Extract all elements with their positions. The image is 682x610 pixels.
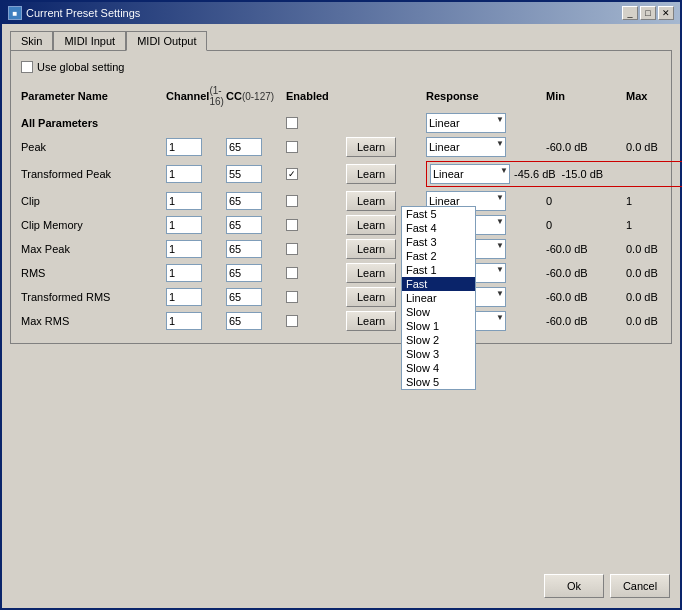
enabled-transformed-peak bbox=[286, 168, 346, 180]
learn-button-transformed-peak[interactable]: Learn bbox=[346, 164, 396, 184]
minimize-button[interactable]: _ bbox=[622, 6, 638, 20]
table-row-transformed-peak: Transformed Peak Learn Linear bbox=[21, 159, 661, 189]
channel-input-rms[interactable] bbox=[166, 264, 202, 282]
tab-midi-input[interactable]: MIDI Input bbox=[53, 31, 126, 51]
maximize-button[interactable]: □ bbox=[640, 6, 656, 20]
channel-input-peak[interactable] bbox=[166, 138, 202, 156]
learn-button-max-peak[interactable]: Learn bbox=[346, 239, 396, 259]
dropdown-item-slow5[interactable]: Slow 5 bbox=[402, 375, 475, 389]
table-row-rms: RMS Learn Linear bbox=[21, 261, 661, 285]
table-header: Parameter Name Channel (1-16) CC (0-127)… bbox=[21, 83, 661, 109]
enabled-rms bbox=[286, 267, 346, 279]
response-select-peak[interactable]: Linear bbox=[426, 137, 506, 157]
enabled-checkbox-max-rms[interactable] bbox=[286, 315, 298, 327]
dropdown-item-fast4[interactable]: Fast 4 bbox=[402, 221, 475, 235]
use-global-checkbox[interactable] bbox=[21, 61, 33, 73]
cc-clip-memory bbox=[226, 216, 286, 234]
table-row-max-rms: Max RMS Learn Linear bbox=[21, 309, 661, 333]
col-min: Min bbox=[546, 85, 626, 107]
learn-button-clip[interactable]: Learn bbox=[346, 191, 396, 211]
cc-max-rms bbox=[226, 312, 286, 330]
ok-button[interactable]: Ok bbox=[544, 574, 604, 598]
max-transformed-rms: 0.0 dB bbox=[626, 291, 682, 303]
dropdown-item-fast[interactable]: Fast bbox=[402, 277, 475, 291]
enabled-checkbox-clip[interactable] bbox=[286, 195, 298, 207]
enabled-checkbox-transformed-rms[interactable] bbox=[286, 291, 298, 303]
enabled-checkbox-transformed-peak[interactable] bbox=[286, 168, 298, 180]
param-name-transformed-peak: Transformed Peak bbox=[21, 168, 166, 180]
tab-skin[interactable]: Skin bbox=[10, 31, 53, 51]
min-clip: 0 bbox=[546, 195, 626, 207]
table-row: All Parameters Linear bbox=[21, 111, 661, 135]
learn-button-rms[interactable]: Learn bbox=[346, 263, 396, 283]
response-select-wrapper-transformed-peak: Linear bbox=[430, 164, 510, 184]
col-max: Max bbox=[626, 85, 682, 107]
min-max-rms: -60.0 dB bbox=[546, 315, 626, 327]
cc-input-peak[interactable] bbox=[226, 138, 262, 156]
close-button[interactable]: ✕ bbox=[658, 6, 674, 20]
channel-input-transformed-rms[interactable] bbox=[166, 288, 202, 306]
response-select-all[interactable]: Linear bbox=[426, 113, 506, 133]
response-select-transformed-peak[interactable]: Linear bbox=[430, 164, 510, 184]
tabs: Skin MIDI Input MIDI Output bbox=[10, 30, 672, 50]
learn-button-peak[interactable]: Learn bbox=[346, 137, 396, 157]
titlebar-buttons: _ □ ✕ bbox=[622, 6, 674, 20]
tab-content-midi-output: Use global setting Parameter Name Channe… bbox=[10, 50, 672, 344]
learn-button-max-rms[interactable]: Learn bbox=[346, 311, 396, 331]
dropdown-item-slow4[interactable]: Slow 4 bbox=[402, 361, 475, 375]
learn-button-clip-memory[interactable]: Learn bbox=[346, 215, 396, 235]
enabled-checkbox-clip-memory[interactable] bbox=[286, 219, 298, 231]
dropdown-item-fast3[interactable]: Fast 3 bbox=[402, 235, 475, 249]
cancel-button[interactable]: Cancel bbox=[610, 574, 670, 598]
main-window: ■ Current Preset Settings _ □ ✕ Skin MID… bbox=[0, 0, 682, 610]
enabled-checkbox-rms[interactable] bbox=[286, 267, 298, 279]
cc-input-transformed-peak[interactable] bbox=[226, 165, 262, 183]
tab-midi-output[interactable]: MIDI Output bbox=[126, 31, 207, 51]
use-global-row: Use global setting bbox=[21, 61, 661, 73]
cc-input-max-peak[interactable] bbox=[226, 240, 262, 258]
max-rms: 0.0 dB bbox=[626, 267, 682, 279]
content-area: Skin MIDI Input MIDI Output Use global s… bbox=[2, 24, 680, 350]
cc-input-clip[interactable] bbox=[226, 192, 262, 210]
enabled-peak bbox=[286, 141, 346, 153]
response-all: Linear bbox=[426, 113, 546, 133]
enabled-checkbox-peak[interactable] bbox=[286, 141, 298, 153]
param-name-max-rms: Max RMS bbox=[21, 315, 166, 327]
channel-input-clip-memory[interactable] bbox=[166, 216, 202, 234]
max-transformed-peak: -15.0 dB bbox=[560, 168, 606, 180]
channel-input-max-rms[interactable] bbox=[166, 312, 202, 330]
channel-transformed-peak bbox=[166, 165, 226, 183]
cc-input-rms[interactable] bbox=[226, 264, 262, 282]
min-transformed-rms: -60.0 dB bbox=[546, 291, 626, 303]
enabled-checkbox-max-peak[interactable] bbox=[286, 243, 298, 255]
cc-input-transformed-rms[interactable] bbox=[226, 288, 262, 306]
dropdown-item-fast2[interactable]: Fast 2 bbox=[402, 249, 475, 263]
enabled-max-rms bbox=[286, 315, 346, 327]
enabled-checkbox-all[interactable] bbox=[286, 117, 298, 129]
dropdown-item-fast1[interactable]: Fast 1 bbox=[402, 263, 475, 277]
enabled-clip-memory bbox=[286, 219, 346, 231]
channel-rms bbox=[166, 264, 226, 282]
dropdown-item-slow1[interactable]: Slow 1 bbox=[402, 319, 475, 333]
cc-input-clip-memory[interactable] bbox=[226, 216, 262, 234]
dropdown-item-fast5[interactable]: Fast 5 bbox=[402, 207, 475, 221]
param-name-rms: RMS bbox=[21, 267, 166, 279]
titlebar-icon: ■ bbox=[8, 6, 22, 20]
min-peak: -60.0 dB bbox=[546, 141, 626, 153]
param-name-clip: Clip bbox=[21, 195, 166, 207]
max-peak: 0.0 dB bbox=[626, 141, 682, 153]
dropdown-item-linear[interactable]: Linear bbox=[402, 291, 475, 305]
table-row-max-peak: Max Peak Learn Linear bbox=[21, 237, 661, 261]
learn-button-transformed-rms[interactable]: Learn bbox=[346, 287, 396, 307]
cc-transformed-rms bbox=[226, 288, 286, 306]
channel-input-transformed-peak[interactable] bbox=[166, 165, 202, 183]
enabled-transformed-rms bbox=[286, 291, 346, 303]
dropdown-item-slow[interactable]: Slow bbox=[402, 305, 475, 319]
dropdown-item-slow3[interactable]: Slow 3 bbox=[402, 347, 475, 361]
table-row-clip: Clip Learn Linear bbox=[21, 189, 661, 213]
dropdown-item-slow2[interactable]: Slow 2 bbox=[402, 333, 475, 347]
response-peak: Linear bbox=[426, 137, 546, 157]
channel-input-max-peak[interactable] bbox=[166, 240, 202, 258]
channel-input-clip[interactable] bbox=[166, 192, 202, 210]
cc-input-max-rms[interactable] bbox=[226, 312, 262, 330]
